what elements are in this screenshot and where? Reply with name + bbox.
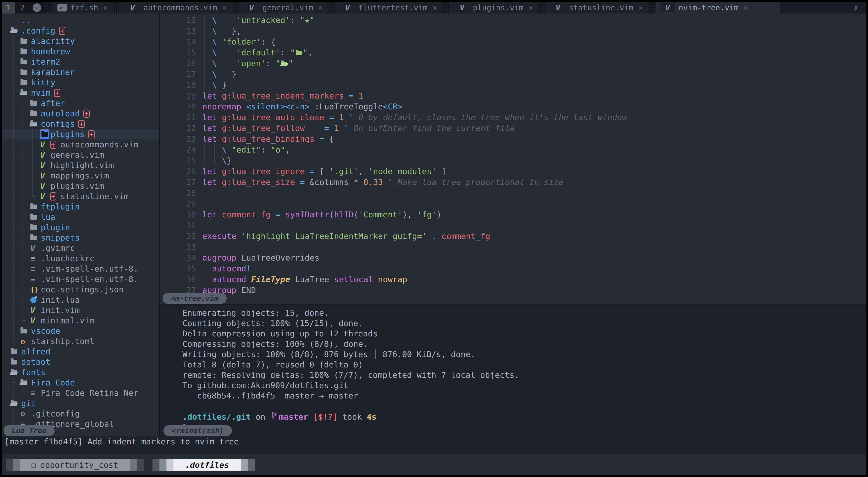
line-number: 34	[160, 252, 196, 263]
tab-close-icon[interactable]: ×	[743, 3, 748, 12]
tree-row-vscode[interactable]: │ vscode	[11, 326, 159, 336]
tree-icon-cell	[30, 225, 40, 230]
code-line[interactable]: 36 autocmd FileType LuaTree setlocal now…	[160, 274, 866, 285]
tree-row-lua[interactable]: │ │ lua	[11, 212, 159, 222]
code-line[interactable]: 37augroup END	[160, 285, 866, 296]
tmux-window-.dotfiles[interactable]: .dotfiles	[153, 459, 255, 471]
tree-row-karabiner[interactable]: │ karabiner	[11, 67, 159, 77]
code-line[interactable]: 18│ \ }	[160, 80, 866, 91]
code-line[interactable]: 17│ \ }	[160, 69, 866, 80]
tree-row-configs[interactable]: │ │ configs+	[11, 119, 159, 129]
code-line[interactable]: 27let g:lua_tree_size = &columns * 0.33 …	[160, 177, 866, 188]
close-window-icon[interactable]: ✗	[846, 2, 866, 13]
tree-row-init.vim[interactable]: │ │ Vinit.vim	[11, 305, 159, 315]
code-line[interactable]: 13│ \ },	[160, 26, 866, 36]
editor-pane[interactable]: 12│ \ 'untracked': "★"13│ \ },14│ \ 'fol…	[160, 13, 866, 304]
file-tree: ...config+│ alacritty│ homebrew│ iterm2│…	[11, 15, 159, 429]
code-line[interactable]: 14│ \ 'folder': {	[160, 36, 866, 47]
tree-row-fonts[interactable]: fonts	[11, 367, 159, 378]
line-number: 33	[160, 242, 196, 252]
tree-row-snippets[interactable]: │ │ snippets	[11, 233, 159, 243]
tree-row-after[interactable]: │ │ after	[11, 98, 159, 108]
tab-general.vim[interactable]: Vgeneral.vim×	[240, 2, 328, 13]
code-line[interactable]: 32execute 'highlight LuaTreeIndentMarker…	[160, 231, 866, 242]
code-line[interactable]: 35 autocmd!	[160, 263, 866, 274]
tree-row-general.vim[interactable]: │ │ │ Vgeneral.vim	[11, 150, 159, 160]
tab-nvim-tree.vim[interactable]: Vnvim-tree.vim×	[656, 2, 780, 13]
tab-close-icon[interactable]: ×	[432, 3, 437, 12]
tree-row-plugins.vim[interactable]: │ │ │ Vplugins.vim	[11, 181, 159, 191]
code-line[interactable]: 28	[160, 188, 866, 199]
code-line[interactable]: 21let g:lua_tree_auto_close = 1 " 0 by d…	[160, 112, 866, 123]
tree-row-highlight.vim[interactable]: │ │ │ Vhighlight.vim	[11, 160, 159, 171]
tree-row-nvim[interactable]: │ nvim+	[11, 88, 159, 98]
code-line[interactable]: 23let g:lua_tree_bindings = {	[160, 134, 866, 144]
tree-row-init.lua[interactable]: │ │ init.lua	[11, 295, 159, 305]
code-line[interactable]: 25│ │ \}	[160, 155, 866, 166]
tree-row-plugin[interactable]: │ │ plugin	[11, 222, 159, 233]
tree-row-Fira Code[interactable]: └ Fira Code	[11, 378, 159, 388]
tree-row-.vim-spell-en.utf-8.[interactable]: │ │ ≡.vim-spell-en.utf-8.	[11, 274, 159, 284]
code-line[interactable]: 15│ \ 'default': "",	[160, 47, 866, 58]
code-line[interactable]: 20nnoremap <silent><c-n> :LuaTreeToggle<…	[160, 101, 866, 112]
editor-statusline-pill: <m-tree.vim	[163, 293, 226, 304]
tab-fzf.sh[interactable]: >_fzf.sh×	[53, 2, 113, 13]
code-line[interactable]: 30let comment_fg = synIDattr(hlID('Comme…	[160, 209, 866, 220]
tab-fluttertest.vim[interactable]: Vfluttertest.vim×	[335, 2, 442, 13]
tree-indent-lines: │	[11, 88, 21, 98]
tree-row-kitty[interactable]: │ kitty	[11, 77, 159, 88]
code-line[interactable]: 34augroup LuaTreeOverrides	[160, 252, 866, 263]
tree-row-.vim-spell-en.utf-8.[interactable]: │ │ ≡.vim-spell-en.utf-8.	[11, 264, 159, 274]
tab-close-icon[interactable]: ×	[318, 3, 322, 12]
tree-row-homebrew[interactable]: │ homebrew	[11, 46, 159, 57]
terminal-pane[interactable]: Enumerating objects: 15, done.Counting o…	[160, 304, 866, 437]
tab-separator	[442, 2, 450, 13]
git-dirty-icon: +	[50, 141, 56, 149]
tab-close-icon[interactable]: ×	[222, 3, 226, 12]
tree-row-.gitconfig[interactable]: │ ⚙.gitconfig	[11, 409, 159, 419]
tree-row-..[interactable]: ..	[11, 15, 159, 26]
tree-row-git[interactable]: git	[11, 398, 159, 409]
tab-statusline.vim[interactable]: Vstatusline.vim×	[546, 2, 648, 13]
tree-row-iterm2[interactable]: │ iterm2	[11, 57, 159, 67]
tree-row-mappings.vim[interactable]: │ │ │ Vmappings.vim	[11, 171, 159, 181]
code-line[interactable]: 22let g:lua_tree_follow = 1 " On bufEnte…	[160, 123, 866, 134]
tree-item-label: Fira Code	[31, 378, 75, 388]
tab-plugins.vim[interactable]: Vplugins.vim×	[450, 2, 538, 13]
code-line[interactable]: 33	[160, 242, 866, 252]
code-line[interactable]: 16│ \ 'open': ""	[160, 58, 866, 69]
tab-close-icon[interactable]: ×	[529, 3, 533, 12]
tab-close-icon[interactable]: ×	[638, 3, 643, 12]
tree-row-Fira Code Retina Ner[interactable]: │ └ ≡Fira Code Retina Ner	[11, 388, 159, 398]
tree-item-label: ftplugin	[41, 202, 80, 212]
tmux-window-opportunity_cost[interactable]: □opportunity_cost	[6, 459, 144, 471]
tree-row-alacritty[interactable]: │ alacritty	[11, 36, 159, 46]
code-line[interactable]: 12│ \ 'untracked': "★"	[160, 15, 866, 26]
code-line[interactable]: 24│ │ \ "edit": "o",	[160, 144, 866, 155]
code-line[interactable]: 31	[160, 220, 866, 231]
code-line[interactable]: 29	[160, 199, 866, 209]
tree-row-dotbot[interactable]: dotbot	[11, 357, 159, 367]
tree-row-autoload[interactable]: │ │ autoload+	[11, 108, 159, 119]
tmux-window-number-2[interactable]: 2	[15, 2, 29, 13]
tree-row-autocommands.vim[interactable]: │ │ │ V+autocommands.vim	[11, 139, 159, 150]
tree-row-alfred[interactable]: alfred	[11, 346, 159, 357]
tree-item-label: minimal.vim	[41, 315, 94, 326]
back-arrow-icon[interactable]: ←	[33, 3, 41, 12]
tree-row-statusline.vim[interactable]: │ │ └ V+statusline.vim	[11, 191, 159, 202]
code-line[interactable]: 26let g:lua_tree_ignore = [ '.git', 'nod…	[160, 166, 866, 177]
tree-row-plugins[interactable]: │ │ │ plugins+	[2, 129, 159, 139]
tree-item-label: .gitconfig	[31, 409, 80, 419]
code-line[interactable]: 19let g:lua_tree_indent_markers = 1	[160, 91, 866, 101]
tab-close-icon[interactable]: ×	[103, 3, 107, 12]
tree-row-.luacheckrc[interactable]: │ │ ≡.luacheckrc	[11, 253, 159, 264]
tree-row-starship.toml[interactable]: └ ⚙starship.toml	[11, 336, 159, 346]
tree-row-minimal.vim[interactable]: │ └ Vminimal.vim	[11, 315, 159, 326]
tree-row-coc-settings.json[interactable]: │ │ {}coc-settings.json	[11, 284, 159, 295]
tree-row-.config[interactable]: .config+	[11, 26, 159, 36]
tree-row-.gvimrc[interactable]: │ │ V.gvimrc	[11, 243, 159, 253]
tmux-window-number-1[interactable]: 1	[2, 2, 15, 13]
tree-row-ftplugin[interactable]: │ │ ftplugin	[11, 202, 159, 212]
tab-autocommands.vim[interactable]: Vautocommands.vim×	[120, 2, 231, 13]
tree-icon-cell	[40, 129, 50, 139]
